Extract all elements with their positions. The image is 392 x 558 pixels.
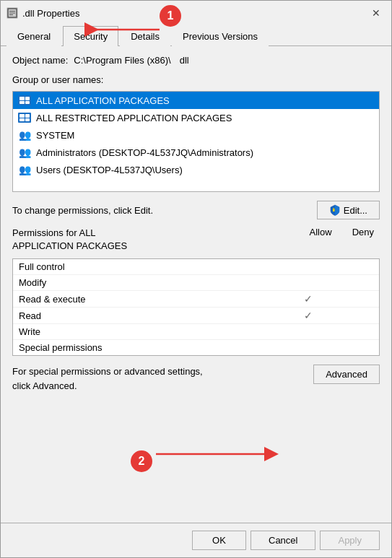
perm-row-0: Full control (13, 259, 379, 275)
perm-name-4: Write (19, 326, 287, 337)
user-item-0[interactable]: ALL APPLICATION PACKAGES (13, 92, 379, 109)
apply-button[interactable]: Apply (320, 531, 380, 550)
shield-icon (329, 204, 341, 216)
dialog-footer: OK Cancel Apply (1, 523, 391, 557)
object-name-ext: dll (180, 55, 189, 66)
svg-rect-3 (9, 11, 15, 12)
user-item-2[interactable]: 👥 SYSTEM (13, 126, 379, 144)
object-name-row: Object name: C:\Program Files (x86)\ dll (12, 55, 380, 66)
arrow-1 (80, 21, 167, 43)
user-icon-3: 👥 (17, 147, 32, 158)
ok-button[interactable]: OK (192, 531, 246, 550)
edit-text: To change permissions, click Edit. (12, 205, 153, 216)
tab-bar: General Security Details Previous Versio… (1, 25, 391, 46)
col-allow: Allow (310, 227, 332, 237)
user-icon-0 (17, 95, 32, 106)
perm-name-1: Modify (19, 277, 287, 288)
perm-row-4: Write (13, 324, 379, 340)
permissions-table: Full control Modify Read & execute ✓ Rea… (12, 258, 380, 356)
cancel-button[interactable]: Cancel (251, 531, 315, 550)
user-name-1: ALL RESTRICTED APPLICATION PACKAGES (36, 113, 232, 123)
user-icon-1 (17, 112, 32, 123)
advanced-section: For special permissions or advanced sett… (12, 365, 380, 393)
user-name-4: Users (DESKTOP-4L537JQ\Users) (36, 165, 183, 175)
user-item-4[interactable]: 👥 Users (DESKTOP-4L537JQ\Users) (13, 161, 379, 178)
perm-name-3: Read (19, 310, 287, 321)
tab-previous-versions[interactable]: Previous Versions (172, 26, 269, 46)
arrow-2 (156, 443, 286, 465)
edit-button[interactable]: Edit... (317, 201, 380, 219)
perm-name-5: Special permissions (19, 342, 287, 353)
user-name-2: SYSTEM (36, 130, 74, 141)
window-icon (6, 7, 18, 19)
user-item-1[interactable]: ALL RESTRICTED APPLICATION PACKAGES (13, 109, 379, 126)
users-list[interactable]: ALL APPLICATION PACKAGES ALL RESTRICTED … (12, 91, 380, 192)
perm-row-5: Special permissions (13, 340, 379, 355)
edit-row: To change permissions, click Edit. Edit.… (12, 201, 380, 219)
user-name-0: ALL APPLICATION PACKAGES (36, 95, 170, 106)
permissions-label: Permissions for ALL APPLICATION PACKAGES (12, 227, 310, 253)
perm-allow-3: ✓ (287, 310, 330, 321)
group-label: Group or user names: (12, 74, 380, 85)
properties-dialog: 1 2 .dll Propertie (0, 0, 392, 558)
col-deny: Deny (352, 227, 374, 237)
close-button[interactable]: ✕ (367, 4, 386, 22)
title-bar: .dll Properties ✕ (1, 1, 391, 25)
advanced-button[interactable]: Advanced (313, 365, 380, 384)
annotation-2: 2 (131, 450, 152, 472)
perm-row-3: Read ✓ (13, 308, 379, 324)
perm-row-1: Modify (13, 275, 379, 291)
edit-button-label: Edit... (344, 205, 367, 216)
perm-row-2: Read & execute ✓ (13, 291, 379, 308)
svg-rect-4 (9, 13, 15, 14)
tab-general[interactable]: General (6, 26, 61, 46)
perm-allow-2: ✓ (287, 293, 330, 305)
perm-name-2: Read & execute (19, 294, 287, 305)
permissions-columns: Allow Deny (310, 227, 374, 237)
svg-rect-5 (9, 14, 13, 15)
permissions-header: Permissions for ALL APPLICATION PACKAGES… (12, 227, 380, 253)
user-icon-4: 👥 (17, 164, 32, 175)
advanced-text: For special permissions or advanced sett… (12, 365, 305, 393)
object-name-label: Object name: (12, 55, 68, 66)
object-name-path: C:\Program Files (x86)\ (74, 55, 170, 66)
window-title: .dll Properties (22, 8, 367, 19)
user-icon-2: 👥 (17, 129, 32, 141)
user-name-3: Administrators (DESKTOP-4L537JQ\Administ… (36, 147, 253, 158)
perm-name-0: Full control (19, 261, 287, 272)
user-item-3[interactable]: 👥 Administrators (DESKTOP-4L537JQ\Admini… (13, 144, 379, 161)
